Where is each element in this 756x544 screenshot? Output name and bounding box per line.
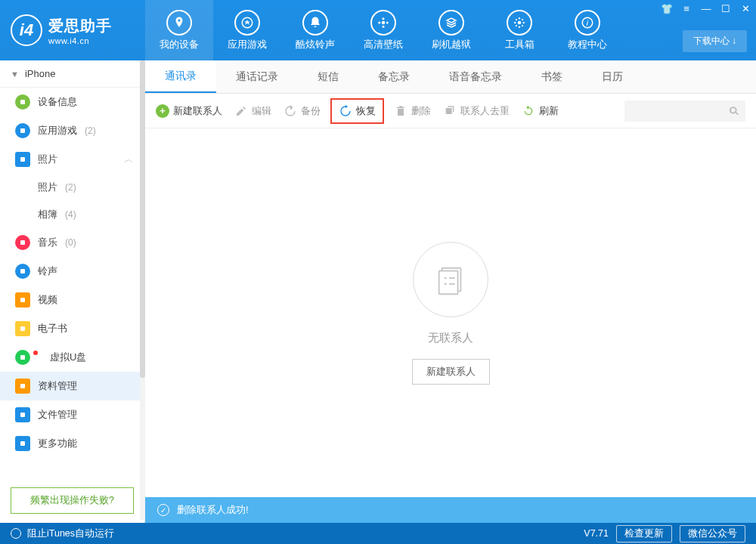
sidebar-item-more[interactable]: 更多功能 — [0, 429, 144, 458]
svg-rect-16 — [20, 326, 25, 331]
sidebar-item-ringtone[interactable]: 铃声 — [0, 257, 144, 286]
sidebar: ▼ iPhone 设备信息应用游戏(2)照片︿照片(2)相簿(4)音乐(0)铃声… — [0, 60, 145, 523]
new-contact-button[interactable]: + 新建联系人 — [156, 104, 222, 118]
svg-rect-11 — [20, 128, 25, 133]
chevron-up-icon: ︿ — [124, 153, 134, 166]
device-selector[interactable]: ▼ iPhone — [0, 60, 144, 88]
sidebar-item-photos-sub1[interactable]: 照片(2) — [0, 174, 144, 201]
tutorial-icon: i — [575, 10, 600, 36]
pencil-icon — [234, 104, 248, 118]
apps-icon — [15, 123, 30, 138]
svg-rect-18 — [20, 384, 25, 388]
brand-url: www.i4.cn — [48, 36, 112, 45]
sidebar-item-data[interactable]: 资料管理 — [0, 372, 144, 400]
app-header: i4 爱思助手 www.i4.cn 我的设备应用游戏酷炫铃声高清壁纸刷机越狱工具… — [0, 0, 756, 60]
close-icon[interactable]: ✕ — [739, 3, 751, 14]
dedup-icon — [443, 104, 457, 118]
itunes-block-toggle[interactable]: 阻止iTunes自动运行 — [27, 527, 114, 540]
data-icon — [15, 379, 30, 394]
tab-sms[interactable]: 短信 — [298, 60, 358, 93]
sidebar-item-photos[interactable]: 照片︿ — [0, 145, 144, 174]
sidebar-item-udisk[interactable]: 虚拟U盘 — [0, 343, 144, 372]
status-bar: 阻止iTunes自动运行 V7.71 检查更新 微信公众号 — [0, 523, 756, 544]
sidebar-item-photos-sub2[interactable]: 相簿(4) — [0, 201, 144, 228]
svg-rect-20 — [20, 441, 25, 446]
tab-notes[interactable]: 备忘录 — [358, 60, 429, 93]
video-icon — [15, 292, 30, 308]
dedup-button[interactable]: 联系人去重 — [443, 104, 510, 118]
nav-tools[interactable]: 工具箱 — [485, 0, 553, 60]
sidebar-item-apps[interactable]: 应用游戏(2) — [0, 116, 144, 145]
apps-icon — [234, 10, 260, 36]
chevron-down-icon: ▼ — [11, 70, 19, 79]
content-area: 无联系人 新建联系人 — [145, 128, 756, 497]
brand-name: 爱思助手 — [48, 16, 112, 36]
maximize-icon[interactable]: ☐ — [720, 3, 732, 14]
files-icon — [15, 407, 30, 422]
plus-icon: + — [156, 104, 169, 118]
nav-flash[interactable]: 刷机越狱 — [417, 0, 485, 60]
svg-point-0 — [178, 19, 181, 21]
sidebar-scrollbar[interactable] — [140, 60, 145, 520]
success-notice: 删除联系人成功! — [145, 497, 756, 523]
version-label: V7.71 — [584, 528, 609, 539]
sidebar-item-video[interactable]: 视频 — [0, 286, 144, 314]
svg-rect-10 — [20, 100, 25, 104]
music-icon — [15, 235, 30, 250]
wechat-button[interactable]: 微信公众号 — [680, 525, 745, 542]
tab-bookmarks[interactable]: 书签 — [522, 60, 582, 93]
search-input[interactable] — [624, 100, 745, 122]
device-icon — [166, 10, 192, 36]
main-panel: 通讯录通话记录短信备忘录语音备忘录书签日历 + 新建联系人 编辑 备份 恢复 删… — [145, 60, 756, 523]
toolbar: + 新建联系人 编辑 备份 恢复 删除 联系人去重 — [145, 94, 756, 128]
tab-calendar[interactable]: 日历 — [582, 60, 643, 93]
trash-icon — [394, 104, 407, 118]
badge-dot — [33, 351, 38, 355]
sidebar-item-music[interactable]: 音乐(0) — [0, 228, 144, 257]
svg-point-3 — [383, 17, 385, 20]
sidebar-item-ebook[interactable]: 电子书 — [0, 314, 144, 343]
wallpapers-icon — [370, 10, 396, 36]
restore-icon — [339, 104, 352, 118]
sidebar-item-files[interactable]: 文件管理 — [0, 400, 144, 429]
empty-new-contact-button[interactable]: 新建联系人 — [412, 359, 490, 385]
search-icon — [729, 106, 739, 116]
sidebar-item-info[interactable]: 设备信息 — [0, 88, 144, 116]
data-tabs: 通讯录通话记录短信备忘录语音备忘录书签日历 — [145, 60, 756, 94]
svg-rect-22 — [439, 270, 458, 294]
help-link[interactable]: 频繁出现操作失败? — [11, 487, 134, 514]
nav-wallpapers[interactable]: 高清壁纸 — [349, 0, 417, 60]
refresh-button[interactable]: 刷新 — [522, 104, 559, 118]
tools-icon — [507, 10, 532, 36]
tab-contacts[interactable]: 通讯录 — [145, 60, 216, 93]
menu-icon[interactable]: ≡ — [680, 3, 692, 14]
download-center-button[interactable]: 下载中心 ↓ — [683, 30, 747, 52]
tab-calls[interactable]: 通话记录 — [216, 60, 298, 93]
nav-apps[interactable]: 应用游戏 — [213, 0, 281, 60]
svg-point-5 — [378, 21, 380, 23]
restore-button[interactable]: 恢复 — [334, 102, 380, 120]
info-icon — [15, 94, 30, 110]
check-update-button[interactable]: 检查更新 — [616, 525, 672, 542]
tab-voice[interactable]: 语音备忘录 — [429, 60, 522, 93]
status-ring-icon — [11, 528, 21, 539]
nav-device[interactable]: 我的设备 — [145, 0, 213, 60]
svg-point-4 — [383, 25, 385, 27]
svg-rect-14 — [20, 269, 25, 274]
svg-point-7 — [518, 20, 522, 24]
udisk-icon — [15, 350, 30, 365]
shirt-icon[interactable]: 👕 — [661, 3, 673, 14]
device-name: iPhone — [25, 68, 55, 79]
notice-text: 删除联系人成功! — [177, 503, 249, 517]
edit-button[interactable]: 编辑 — [234, 104, 271, 118]
svg-rect-12 — [20, 157, 25, 162]
minimize-icon[interactable]: — — [700, 3, 712, 14]
svg-rect-15 — [20, 298, 25, 302]
flash-icon — [438, 10, 464, 36]
svg-point-2 — [382, 20, 386, 24]
backup-button[interactable]: 备份 — [284, 104, 321, 118]
delete-button[interactable]: 删除 — [394, 104, 431, 118]
nav-ringtones[interactable]: 酷炫铃声 — [281, 0, 349, 60]
check-icon — [157, 504, 169, 516]
nav-tutorial[interactable]: i教程中心 — [553, 0, 621, 60]
